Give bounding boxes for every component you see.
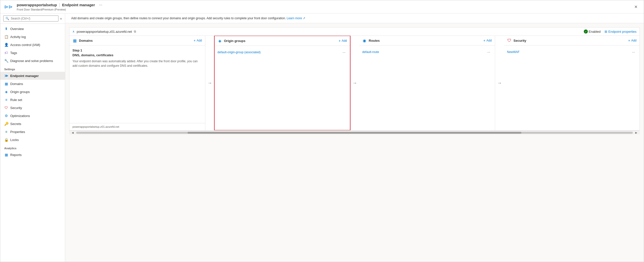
sidebar-item-endpoint-manager[interactable]: ≫ Endpoint manager bbox=[0, 72, 65, 80]
sidebar-item-security[interactable]: 🛡 Security bbox=[0, 104, 65, 112]
origin-groups-column-title: Origin groups bbox=[224, 39, 337, 43]
domains-footer: powerappsportalsetup.z01.azurefd.net bbox=[70, 123, 205, 130]
sidebar-item-label: Properties bbox=[10, 130, 25, 134]
domains-column-icon: ▦ bbox=[72, 38, 77, 43]
sidebar-item-origin-groups[interactable]: ◈ Origin groups bbox=[0, 88, 65, 96]
endpoint-header: ∧ powerappsportalsetup.z01.azurefd.net ⧉… bbox=[69, 27, 640, 36]
sidebar-item-label: Optimizations bbox=[10, 114, 30, 118]
sidebar-item-domains[interactable]: ▦ Domains bbox=[0, 80, 65, 88]
collapse-endpoint-button[interactable]: ∧ bbox=[72, 30, 75, 33]
sidebar-item-access-control[interactable]: 👤 Access control (IAM) bbox=[0, 41, 65, 49]
security-add-button[interactable]: + Add bbox=[628, 39, 636, 43]
domains-column-title: Domains bbox=[79, 39, 192, 43]
origin-groups-add-button[interactable]: + Add bbox=[338, 39, 347, 43]
routes-add-button[interactable]: + Add bbox=[483, 39, 492, 43]
sidebar-item-overview[interactable]: ⬆ Overview bbox=[0, 25, 65, 33]
scroll-right-button[interactable]: ► bbox=[634, 131, 639, 134]
origin-groups-column-body: default-origin-group (associated) ··· bbox=[214, 46, 350, 130]
domains-column: ▦ Domains + Add Step 1 DNS, domains, cer… bbox=[70, 36, 205, 130]
sidebar: 🔍 « ⬆ Overview 📋 Activity log 👤 bbox=[0, 14, 65, 262]
sidebar-item-label: Endpoint manager bbox=[10, 74, 39, 78]
search-box[interactable]: 🔍 bbox=[3, 16, 58, 22]
sidebar-item-label: Origin groups bbox=[10, 90, 30, 94]
properties-icon: ≡ bbox=[4, 130, 8, 134]
sidebar-nav: ⬆ Overview 📋 Activity log 👤 Access contr… bbox=[0, 24, 65, 262]
optimizations-icon: ⚙ bbox=[4, 114, 8, 118]
sidebar-item-label: Domains bbox=[10, 82, 23, 86]
security-column-title: Security bbox=[514, 39, 626, 43]
learn-more-link[interactable]: Learn more ↗ bbox=[287, 17, 306, 20]
endpoint-manager-icon: ≫ bbox=[4, 74, 8, 78]
app-name: powerappsportalsetup bbox=[17, 3, 57, 7]
sidebar-item-label: Locks bbox=[10, 138, 19, 142]
rule-set-icon: ≡ bbox=[4, 98, 8, 102]
sidebar-item-label: Secrets bbox=[10, 122, 21, 126]
routes-column-header: ◉ Routes + Add bbox=[359, 36, 495, 46]
origin-groups-column: ◈ Origin groups + Add default-origin-gro… bbox=[214, 36, 351, 131]
search-input[interactable] bbox=[11, 17, 56, 20]
domains-add-button[interactable]: + Add bbox=[194, 39, 202, 43]
routes-to-security-arrow: → bbox=[495, 81, 504, 86]
origin-group-item: default-origin-group (associated) ··· bbox=[218, 49, 347, 56]
origin-to-routes-arrow: → bbox=[350, 81, 359, 86]
activity-log-icon: 📋 bbox=[4, 35, 8, 39]
header-more-button[interactable]: ··· bbox=[99, 3, 102, 7]
sidebar-item-reports[interactable]: ▦ Reports bbox=[0, 151, 65, 159]
sidebar-item-diagnose[interactable]: 🔧 Diagnose and solve problems bbox=[0, 57, 65, 65]
horizontal-scrollbar[interactable]: ◄ ► bbox=[69, 131, 640, 134]
route-more-button[interactable]: ··· bbox=[486, 50, 492, 55]
domains-step-title: DNS, domains, certificates bbox=[72, 53, 202, 57]
endpoint-url: powerappsportalsetup.z01.azurefd.net bbox=[77, 30, 132, 34]
endpoint-props-icon: ⊞ bbox=[604, 30, 607, 34]
secrets-icon: 🔑 bbox=[4, 122, 8, 126]
routes-column-icon: ◉ bbox=[362, 38, 367, 43]
sidebar-item-optimizations[interactable]: ⚙ Optimizations bbox=[0, 112, 65, 120]
security-column: 🛡 Security + Add NewWAF ··· bbox=[504, 36, 640, 130]
collapse-sidebar-button[interactable]: « bbox=[60, 17, 62, 21]
columns-area: ▦ Domains + Add Step 1 DNS, domains, cer… bbox=[69, 36, 640, 131]
sidebar-item-label: Tags bbox=[10, 51, 17, 55]
origin-group-more-button[interactable]: ··· bbox=[341, 50, 347, 55]
endpoint-props-label: Endpoint properties bbox=[608, 30, 636, 34]
close-button[interactable]: ✕ bbox=[632, 3, 640, 11]
content-area: Add domains and create origin groups, th… bbox=[65, 14, 644, 262]
azure-logo-icon: ⊳⊳ bbox=[4, 4, 13, 10]
info-bar-text: Add domains and create origin groups, th… bbox=[71, 17, 286, 20]
enabled-badge: Enabled bbox=[584, 30, 601, 34]
endpoint-properties-link[interactable]: ⊞ Endpoint properties bbox=[604, 30, 636, 34]
scroll-thumb[interactable] bbox=[188, 132, 522, 134]
sidebar-item-secrets[interactable]: 🔑 Secrets bbox=[0, 120, 65, 128]
settings-section-header: Settings bbox=[0, 65, 65, 72]
endpoint-header-right: Enabled ⊞ Endpoint properties bbox=[584, 30, 636, 34]
scroll-left-button[interactable]: ◄ bbox=[70, 131, 75, 134]
routes-column-body: default-route ··· bbox=[359, 46, 495, 130]
diagnose-icon: 🔧 bbox=[4, 59, 8, 63]
sidebar-item-label: Reports bbox=[10, 153, 22, 157]
sidebar-item-label: Access control (IAM) bbox=[10, 43, 40, 47]
locks-icon: 🔒 bbox=[4, 138, 8, 142]
sidebar-item-tags[interactable]: 🏷 Tags bbox=[0, 49, 65, 57]
sidebar-item-activity-log[interactable]: 📋 Activity log bbox=[0, 33, 65, 41]
header-subtitle: Front Door Standard/Premium (Preview) bbox=[17, 8, 66, 11]
page-title: Endpoint manager bbox=[62, 3, 95, 7]
copy-url-button[interactable]: ⧉ bbox=[134, 30, 136, 33]
domains-description: Your endpoint domain was automatically a… bbox=[72, 59, 202, 68]
domains-to-origin-arrow: → bbox=[205, 81, 214, 86]
route-item-link[interactable]: default-route bbox=[362, 50, 484, 54]
sidebar-item-label: Rule set bbox=[10, 98, 22, 102]
sidebar-item-locks[interactable]: 🔒 Locks bbox=[0, 136, 65, 144]
security-more-button[interactable]: ··· bbox=[630, 50, 636, 55]
search-area: 🔍 « bbox=[0, 14, 65, 24]
sidebar-item-properties[interactable]: ≡ Properties bbox=[0, 128, 65, 136]
overview-icon: ⬆ bbox=[4, 27, 8, 31]
domains-step-label: Step 1 bbox=[72, 49, 202, 52]
domains-icon: ▦ bbox=[4, 82, 8, 86]
scroll-track[interactable] bbox=[76, 132, 633, 134]
security-item-link[interactable]: NewWAF bbox=[507, 50, 629, 54]
security-column-icon: 🛡 bbox=[507, 38, 512, 43]
access-control-icon: 👤 bbox=[4, 43, 8, 47]
origin-group-item-link[interactable]: default-origin-group (associated) bbox=[218, 51, 340, 54]
route-item: default-route ··· bbox=[362, 49, 492, 56]
sidebar-item-rule-set[interactable]: ≡ Rule set bbox=[0, 96, 65, 104]
tags-icon: 🏷 bbox=[4, 51, 8, 55]
